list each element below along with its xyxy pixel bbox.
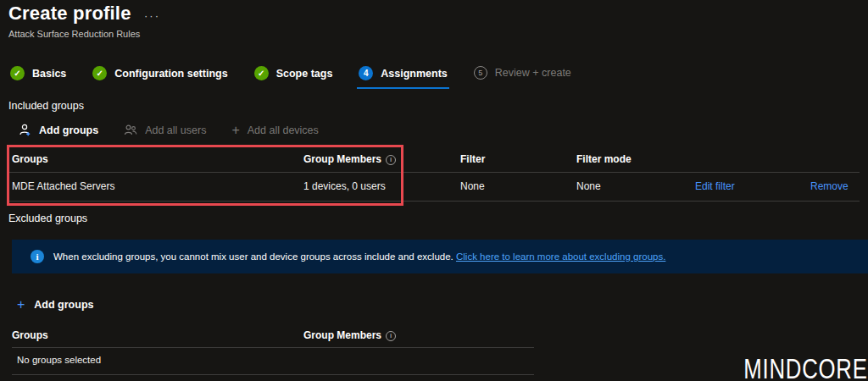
person-add-icon bbox=[19, 124, 31, 136]
check-icon bbox=[92, 66, 107, 80]
add-all-devices-label: Add all devices bbox=[248, 124, 319, 136]
context-menu-dots-icon[interactable]: ··· bbox=[144, 9, 160, 22]
add-groups-button[interactable]: Add groups bbox=[19, 124, 98, 136]
info-banner: i When excluding groups, you cannot mix … bbox=[12, 240, 868, 273]
create-profile-page: { "header": { "title": "Create profile",… bbox=[0, 0, 868, 381]
column-header-filter-mode: Filter mode bbox=[576, 153, 632, 165]
info-banner-text: When excluding groups, you cannot mix us… bbox=[53, 251, 665, 262]
filter-mode-cell: None bbox=[576, 180, 601, 192]
step-scope-tags[interactable]: Scope tags bbox=[253, 63, 335, 89]
people-icon bbox=[124, 124, 137, 136]
plus-icon: + bbox=[17, 299, 25, 311]
remove-link[interactable]: Remove bbox=[810, 180, 849, 192]
step-basics[interactable]: Basics bbox=[8, 63, 68, 89]
step-number-badge: 5 bbox=[474, 66, 487, 80]
info-icon: i bbox=[31, 250, 44, 263]
add-all-users-label: Add all users bbox=[145, 124, 206, 136]
empty-groups-text: No groups selected bbox=[17, 355, 101, 365]
wizard-steps: Basics Configuration settings Scope tags… bbox=[8, 63, 596, 89]
included-groups-heading: Included groups bbox=[8, 100, 84, 112]
table-divider bbox=[12, 347, 534, 348]
check-icon bbox=[10, 66, 25, 80]
excluded-column-header-group-members: Group Membersi bbox=[303, 329, 396, 341]
step-label: Configuration settings bbox=[114, 68, 227, 80]
step-label: Assignments bbox=[381, 68, 448, 80]
page-title: Create profile bbox=[8, 3, 131, 25]
table-divider bbox=[12, 374, 534, 375]
plus-icon: + bbox=[231, 124, 239, 136]
info-banner-message: When excluding groups, you cannot mix us… bbox=[53, 251, 453, 262]
step-configuration-settings[interactable]: Configuration settings bbox=[91, 63, 229, 89]
info-icon[interactable]: i bbox=[386, 331, 396, 341]
column-header-group-members: Group Membersi bbox=[303, 153, 396, 165]
table-divider bbox=[8, 172, 860, 173]
excluded-add-groups-label: Add groups bbox=[34, 299, 93, 311]
step-review-create[interactable]: 5 Review + create bbox=[472, 63, 573, 88]
excluded-column-header-groups: Groups bbox=[12, 329, 48, 341]
column-header-group-members-label: Group Members bbox=[303, 153, 381, 165]
excluded-column-header-group-members-label: Group Members bbox=[303, 329, 381, 341]
add-all-devices-button[interactable]: + Add all devices bbox=[231, 124, 318, 136]
filter-cell: None bbox=[460, 180, 485, 192]
excluded-add-groups-button[interactable]: + Add groups bbox=[17, 299, 93, 311]
group-name-cell: MDE Attached Servers bbox=[12, 180, 114, 192]
add-all-users-button[interactable]: Add all users bbox=[124, 124, 206, 136]
edit-filter-link[interactable]: Edit filter bbox=[695, 180, 735, 192]
included-groups-toolbar: Add groups Add all users + Add all devic… bbox=[19, 124, 319, 136]
step-assignments[interactable]: 4 Assignments bbox=[357, 63, 449, 89]
step-label: Review + create bbox=[495, 67, 571, 79]
step-number-badge: 4 bbox=[359, 66, 373, 80]
column-header-groups: Groups bbox=[12, 153, 48, 165]
step-label: Basics bbox=[32, 68, 66, 80]
column-header-filter: Filter bbox=[460, 153, 485, 165]
page-subtitle: Attack Surface Reduction Rules bbox=[8, 29, 140, 39]
table-divider bbox=[8, 201, 860, 202]
add-groups-label: Add groups bbox=[39, 124, 98, 136]
group-members-cell: 1 devices, 0 users bbox=[303, 180, 386, 192]
learn-more-link[interactable]: Click here to learn more about excluding… bbox=[456, 251, 665, 262]
check-icon bbox=[254, 66, 269, 80]
step-label: Scope tags bbox=[276, 68, 333, 80]
mindcore-watermark: MINDCORE bbox=[744, 353, 868, 381]
excluded-groups-heading: Excluded groups bbox=[8, 213, 87, 224]
info-icon[interactable]: i bbox=[386, 155, 396, 165]
